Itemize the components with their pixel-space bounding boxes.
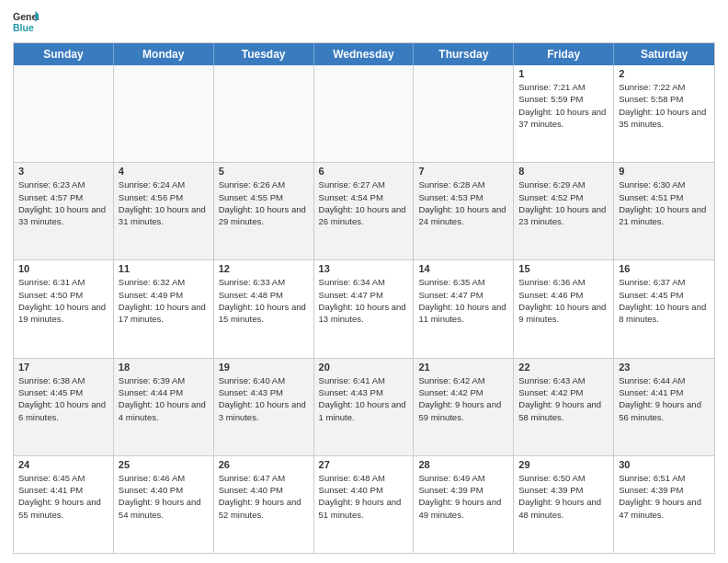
- day-info: Sunrise: 6:29 AM Sunset: 4:52 PM Dayligh…: [518, 178, 609, 227]
- day-info: Sunrise: 6:24 AM Sunset: 4:56 PM Dayligh…: [119, 178, 209, 227]
- day-info: Sunrise: 6:27 AM Sunset: 4:54 PM Dayligh…: [319, 178, 409, 227]
- calendar-cell: 21Sunrise: 6:42 AM Sunset: 4:42 PM Dayli…: [414, 359, 514, 455]
- logo: General Blue: [13, 9, 39, 35]
- calendar-cell: 7Sunrise: 6:28 AM Sunset: 4:53 PM Daylig…: [414, 163, 514, 259]
- calendar-row-5: 24Sunrise: 6:45 AM Sunset: 4:41 PM Dayli…: [14, 456, 714, 553]
- header-cell-monday: Monday: [114, 43, 214, 65]
- calendar-cell: 22Sunrise: 6:43 AM Sunset: 4:42 PM Dayli…: [514, 359, 614, 455]
- day-number: 10: [18, 263, 108, 274]
- day-info: Sunrise: 6:23 AM Sunset: 4:57 PM Dayligh…: [18, 178, 108, 227]
- header-cell-saturday: Saturday: [614, 43, 714, 65]
- day-info: Sunrise: 6:35 AM Sunset: 4:47 PM Dayligh…: [418, 276, 508, 325]
- day-info: Sunrise: 6:42 AM Sunset: 4:42 PM Dayligh…: [418, 374, 508, 423]
- svg-text:General: General: [13, 11, 39, 22]
- day-number: 28: [418, 459, 508, 470]
- calendar-cell: 11Sunrise: 6:32 AM Sunset: 4:49 PM Dayli…: [114, 260, 214, 357]
- svg-text:Blue: Blue: [13, 22, 34, 33]
- calendar-cell: 9Sunrise: 6:30 AM Sunset: 4:51 PM Daylig…: [614, 163, 714, 259]
- day-info: Sunrise: 6:37 AM Sunset: 4:45 PM Dayligh…: [619, 276, 710, 325]
- calendar-cell: 4Sunrise: 6:24 AM Sunset: 4:56 PM Daylig…: [114, 163, 214, 259]
- calendar-cell: 19Sunrise: 6:40 AM Sunset: 4:43 PM Dayli…: [214, 359, 314, 455]
- calendar-cell: 27Sunrise: 6:48 AM Sunset: 4:40 PM Dayli…: [314, 456, 415, 553]
- calendar-cell: 23Sunrise: 6:44 AM Sunset: 4:41 PM Dayli…: [614, 359, 714, 455]
- day-number: 20: [319, 362, 409, 373]
- day-info: Sunrise: 6:41 AM Sunset: 4:43 PM Dayligh…: [319, 374, 409, 423]
- day-info: Sunrise: 6:26 AM Sunset: 4:55 PM Dayligh…: [219, 178, 309, 227]
- calendar-cell: 1Sunrise: 7:21 AM Sunset: 5:59 PM Daylig…: [514, 65, 614, 162]
- day-number: 2: [619, 68, 710, 79]
- calendar-row-4: 17Sunrise: 6:38 AM Sunset: 4:45 PM Dayli…: [14, 359, 714, 456]
- calendar-cell: 17Sunrise: 6:38 AM Sunset: 4:45 PM Dayli…: [14, 359, 114, 455]
- day-number: 21: [418, 362, 508, 373]
- calendar: SundayMondayTuesdayWednesdayThursdayFrid…: [13, 42, 715, 554]
- calendar-cell: 6Sunrise: 6:27 AM Sunset: 4:54 PM Daylig…: [314, 163, 415, 259]
- day-number: 15: [518, 263, 609, 274]
- header-cell-tuesday: Tuesday: [214, 43, 314, 65]
- calendar-cell: 15Sunrise: 6:36 AM Sunset: 4:46 PM Dayli…: [514, 260, 614, 357]
- day-info: Sunrise: 6:50 AM Sunset: 4:39 PM Dayligh…: [518, 472, 609, 521]
- day-number: 25: [119, 459, 209, 470]
- day-info: Sunrise: 6:43 AM Sunset: 4:42 PM Dayligh…: [518, 374, 609, 423]
- day-number: 6: [319, 166, 409, 177]
- day-number: 14: [418, 263, 508, 274]
- page: General Blue SundayMondayTuesdayWednesda…: [0, 0, 728, 563]
- header-cell-wednesday: Wednesday: [314, 43, 415, 65]
- day-info: Sunrise: 6:28 AM Sunset: 4:53 PM Dayligh…: [418, 178, 508, 227]
- day-info: Sunrise: 6:38 AM Sunset: 4:45 PM Dayligh…: [18, 374, 108, 423]
- day-info: Sunrise: 6:34 AM Sunset: 4:47 PM Dayligh…: [319, 276, 409, 325]
- calendar-cell: 25Sunrise: 6:46 AM Sunset: 4:40 PM Dayli…: [114, 456, 214, 553]
- calendar-cell: 20Sunrise: 6:41 AM Sunset: 4:43 PM Dayli…: [314, 359, 415, 455]
- calendar-cell: 3Sunrise: 6:23 AM Sunset: 4:57 PM Daylig…: [14, 163, 114, 259]
- header-cell-sunday: Sunday: [14, 43, 114, 65]
- calendar-cell: 24Sunrise: 6:45 AM Sunset: 4:41 PM Dayli…: [14, 456, 114, 553]
- day-number: 17: [18, 362, 108, 373]
- day-info: Sunrise: 6:31 AM Sunset: 4:50 PM Dayligh…: [18, 276, 108, 325]
- header: General Blue: [13, 9, 715, 35]
- calendar-cell: 5Sunrise: 6:26 AM Sunset: 4:55 PM Daylig…: [214, 163, 314, 259]
- calendar-cell: 30Sunrise: 6:51 AM Sunset: 4:39 PM Dayli…: [614, 456, 714, 553]
- calendar-row-2: 3Sunrise: 6:23 AM Sunset: 4:57 PM Daylig…: [14, 163, 714, 260]
- day-number: 8: [518, 166, 609, 177]
- day-number: 1: [518, 68, 609, 79]
- calendar-cell: 18Sunrise: 6:39 AM Sunset: 4:44 PM Dayli…: [114, 359, 214, 455]
- day-info: Sunrise: 6:47 AM Sunset: 4:40 PM Dayligh…: [219, 472, 309, 521]
- day-info: Sunrise: 7:21 AM Sunset: 5:59 PM Dayligh…: [518, 81, 609, 130]
- day-number: 18: [119, 362, 209, 373]
- day-number: 22: [518, 362, 609, 373]
- day-number: 11: [119, 263, 209, 274]
- day-info: Sunrise: 6:39 AM Sunset: 4:44 PM Dayligh…: [119, 374, 209, 423]
- day-number: 9: [619, 166, 710, 177]
- calendar-cell: [114, 65, 214, 162]
- calendar-cell: 2Sunrise: 7:22 AM Sunset: 5:58 PM Daylig…: [614, 65, 714, 162]
- calendar-cell: [14, 65, 114, 162]
- calendar-body: 1Sunrise: 7:21 AM Sunset: 5:59 PM Daylig…: [14, 65, 714, 553]
- day-number: 26: [219, 459, 309, 470]
- day-info: Sunrise: 7:22 AM Sunset: 5:58 PM Dayligh…: [619, 81, 710, 130]
- day-info: Sunrise: 6:49 AM Sunset: 4:39 PM Dayligh…: [418, 472, 508, 521]
- day-info: Sunrise: 6:45 AM Sunset: 4:41 PM Dayligh…: [18, 472, 108, 521]
- calendar-row-1: 1Sunrise: 7:21 AM Sunset: 5:59 PM Daylig…: [14, 65, 714, 163]
- logo-icon: General Blue: [13, 9, 39, 35]
- day-number: 3: [18, 166, 108, 177]
- day-info: Sunrise: 6:51 AM Sunset: 4:39 PM Dayligh…: [619, 472, 710, 521]
- calendar-cell: [214, 65, 314, 162]
- calendar-row-3: 10Sunrise: 6:31 AM Sunset: 4:50 PM Dayli…: [14, 260, 714, 358]
- calendar-cell: 13Sunrise: 6:34 AM Sunset: 4:47 PM Dayli…: [314, 260, 415, 357]
- calendar-cell: 10Sunrise: 6:31 AM Sunset: 4:50 PM Dayli…: [14, 260, 114, 357]
- calendar-cell: 14Sunrise: 6:35 AM Sunset: 4:47 PM Dayli…: [414, 260, 514, 357]
- day-number: 4: [119, 166, 209, 177]
- day-number: 5: [219, 166, 309, 177]
- day-info: Sunrise: 6:32 AM Sunset: 4:49 PM Dayligh…: [119, 276, 209, 325]
- calendar-cell: 12Sunrise: 6:33 AM Sunset: 4:48 PM Dayli…: [214, 260, 314, 357]
- calendar-header-row: SundayMondayTuesdayWednesdayThursdayFrid…: [14, 43, 714, 65]
- day-number: 23: [619, 362, 710, 373]
- day-info: Sunrise: 6:44 AM Sunset: 4:41 PM Dayligh…: [619, 374, 710, 423]
- day-number: 16: [619, 263, 710, 274]
- day-number: 19: [219, 362, 309, 373]
- header-cell-thursday: Thursday: [414, 43, 514, 65]
- day-info: Sunrise: 6:36 AM Sunset: 4:46 PM Dayligh…: [518, 276, 609, 325]
- calendar-cell: [314, 65, 415, 162]
- header-cell-friday: Friday: [514, 43, 614, 65]
- calendar-cell: 28Sunrise: 6:49 AM Sunset: 4:39 PM Dayli…: [414, 456, 514, 553]
- day-number: 29: [518, 459, 609, 470]
